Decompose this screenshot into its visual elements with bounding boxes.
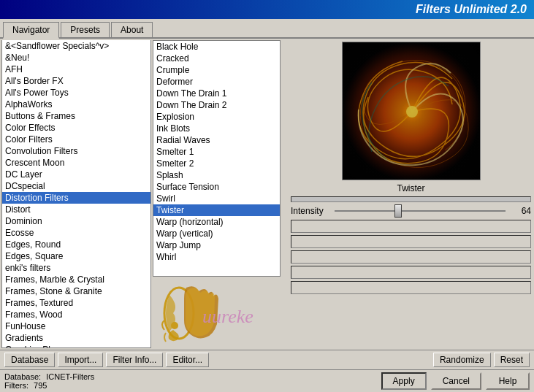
left-list-item[interactable]: &<Sandflower Specials^v> [2, 40, 150, 52]
left-list-item[interactable]: Convolution Filters [2, 145, 150, 157]
left-list-item[interactable]: Buttons & Frames [2, 110, 150, 122]
main-content: &<Sandflower Specials^v>&Neu!AFHAll's Bo… [0, 39, 534, 350]
left-list-item[interactable]: Edges, Round [2, 239, 150, 250]
tabs-row: Navigator Presets About [0, 19, 534, 39]
empty-slider-3 [291, 250, 531, 264]
logo-image: uureke [159, 280, 275, 346]
filter-info-button[interactable]: Filter Info... [106, 353, 163, 367]
status-info: Database: ICNET-Filters Filters: 795 [4, 372, 377, 390]
app-title: Filters Unlimited 2.0 [416, 3, 527, 15]
middle-list-item[interactable]: Surface Tension [153, 181, 280, 193]
svg-text:uureke: uureke [202, 306, 253, 327]
middle-list-item[interactable]: Explosion [153, 111, 280, 123]
left-list-item[interactable]: Graphics Plus [2, 344, 150, 348]
right-panel: Twister Intensity 64 [288, 39, 534, 350]
left-list-item[interactable]: DC Layer [2, 169, 150, 180]
top-control-bar [291, 196, 531, 202]
middle-list-item[interactable]: Twister [153, 204, 280, 216]
svg-point-1 [171, 322, 178, 329]
slider-thumb[interactable] [394, 204, 402, 218]
middle-list-item[interactable]: Black Hole [153, 41, 280, 53]
left-panel[interactable]: &<Sandflower Specials^v>&Neu!AFHAll's Bo… [1, 40, 151, 348]
left-list-item[interactable]: &Neu! [2, 52, 150, 64]
intensity-slider-row: Intensity 64 [291, 205, 531, 217]
left-list-item[interactable]: Dominion [2, 215, 150, 227]
apply-button[interactable]: Apply [381, 372, 427, 390]
reset-button[interactable]: Reset [494, 353, 530, 367]
left-list-item[interactable]: Frames, Wood [2, 309, 150, 320]
left-list-item[interactable]: Edges, Square [2, 250, 150, 262]
preview-label: Twister [291, 180, 531, 196]
empty-slider-5 [291, 281, 531, 294]
left-list-item[interactable]: FunHouse [2, 320, 150, 332]
middle-list-item[interactable]: Smelter 2 [153, 158, 280, 169]
intensity-value: 64 [506, 206, 531, 216]
left-list-item[interactable]: AFH [2, 64, 150, 75]
middle-list-item[interactable]: Down The Drain 1 [153, 88, 280, 99]
middle-list-item[interactable]: Radial Waves [153, 134, 280, 146]
left-list-item[interactable]: Frames, Stone & Granite [2, 285, 150, 297]
tab-about[interactable]: About [111, 22, 153, 37]
middle-list-item[interactable]: Splash [153, 169, 280, 181]
tab-presets[interactable]: Presets [61, 22, 110, 37]
logo-area: uureke [153, 277, 281, 350]
middle-list-item[interactable]: Warp (horizontal) [153, 216, 280, 228]
empty-slider-2 [291, 235, 531, 248]
randomize-button[interactable]: Randomize [433, 353, 491, 367]
svg-rect-8 [343, 42, 481, 180]
middle-list-item[interactable]: Whirl [153, 251, 280, 263]
intensity-track[interactable] [335, 205, 506, 217]
left-list-item[interactable]: Frames, Marble & Crystal [2, 274, 150, 285]
middle-list-item[interactable]: Deformer [153, 76, 280, 88]
left-list-item[interactable]: Frames, Textured [2, 297, 150, 309]
left-list-item[interactable]: Distort [2, 204, 150, 215]
middle-list-item[interactable]: Swirl [153, 193, 280, 204]
left-list-item[interactable]: Distortion Filters [2, 192, 150, 204]
empty-slider-1 [291, 220, 531, 233]
left-list-item[interactable]: All's Border FX [2, 75, 150, 87]
editor-button[interactable]: Editor... [166, 353, 209, 367]
database-info: Database: ICNET-Filters [4, 372, 377, 381]
bottom-toolbar: Database Import... Filter Info... Editor… [0, 350, 534, 369]
left-list-item[interactable]: DCspecial [2, 180, 150, 192]
database-button[interactable]: Database [4, 353, 55, 367]
cancel-button[interactable]: Cancel [431, 372, 481, 390]
tab-navigator[interactable]: Navigator [3, 22, 59, 39]
preview-area [342, 42, 481, 180]
middle-list-item[interactable]: Crumple [153, 64, 280, 76]
left-list-item[interactable]: Color Effects [2, 122, 150, 134]
middle-list-item[interactable]: Ink Blots [153, 123, 280, 134]
filters-info: Filters: 795 [4, 381, 377, 390]
middle-panel[interactable]: Black HoleCrackedCrumpleDeformerDown The… [153, 40, 281, 277]
left-list-item[interactable]: enki's filters [2, 262, 150, 274]
left-list-item[interactable]: Color Filters [2, 134, 150, 145]
left-list-item[interactable]: Ecosse [2, 227, 150, 239]
help-button[interactable]: Help [486, 372, 530, 390]
middle-list-item[interactable]: Down The Drain 2 [153, 99, 280, 111]
empty-slider-4 [291, 266, 531, 279]
middle-list-item[interactable]: Cracked [153, 53, 280, 64]
slider-line [335, 210, 506, 212]
middle-section: Black HoleCrackedCrumpleDeformerDown The… [153, 39, 288, 350]
left-list-item[interactable]: Crescent Moon [2, 157, 150, 169]
intensity-label: Intensity [291, 206, 335, 216]
import-button[interactable]: Import... [58, 353, 103, 367]
title-bar: Filters Unlimited 2.0 [0, 0, 534, 19]
left-list-item[interactable]: Gradients [2, 332, 150, 344]
middle-list-item[interactable]: Warp (vertical) [153, 228, 280, 239]
left-list-item[interactable]: AlphaWorks [2, 99, 150, 110]
middle-list-item[interactable]: Warp Jump [153, 239, 280, 251]
status-bar: Database: ICNET-Filters Filters: 795 App… [0, 369, 534, 392]
preview-image [343, 42, 481, 180]
left-list-item[interactable]: All's Power Toys [2, 87, 150, 99]
middle-list-item[interactable]: Smelter 1 [153, 146, 280, 158]
